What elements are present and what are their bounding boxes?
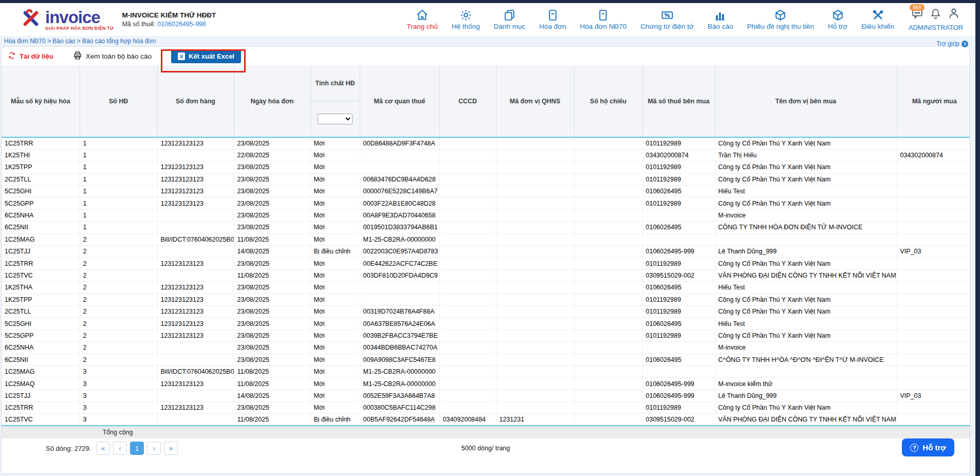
table-row[interactable]: 1K25THA212312312312323/08/2025Mới0106026…	[2, 282, 970, 294]
table-cell: 2	[80, 246, 157, 258]
summary-row: Tổng cộng	[2, 426, 970, 438]
prev-page-button[interactable]: ‹	[113, 442, 127, 455]
nav-item-hóa-đơn-nđ70[interactable]: Hóa đơn NĐ70	[580, 9, 627, 30]
table-cell	[496, 342, 574, 354]
support-button[interactable]: ? Hỗ trợ	[902, 438, 954, 456]
nav-item-trang-chủ[interactable]: Trang chủ	[407, 9, 438, 30]
table-row[interactable]: 1C25MAG2Bill/IDCT:07604062025B011/08/202…	[2, 233, 970, 245]
table-cell: 23/08/2025	[234, 186, 310, 197]
table-row[interactable]: 6C25NHA123/08/2025Mới00A8F9E3DAD70440658…	[2, 209, 970, 221]
table-row[interactable]: 5C25GHI112312312312323/08/2025Mới0000076…	[2, 186, 970, 197]
table-cell	[574, 414, 642, 426]
table-cell: 1C25TRR	[2, 137, 80, 149]
table-cell: M1-25-CB2RA-00000000	[360, 365, 439, 377]
table-cell: 2	[80, 294, 157, 305]
table-cell: Mới	[310, 354, 360, 365]
breadcrumb[interactable]: Hóa đơn NĐ70 > Báo cáo > Báo cáo tổng hợ…	[0, 36, 975, 46]
table-row[interactable]: 1K25TPP112312312312323/08/2025Mới0101192…	[2, 161, 970, 173]
table-row[interactable]: 1C25TJJ214/08/2025Bị điều chỉnh0022003C0…	[2, 246, 970, 258]
table-cell: 034302000874	[642, 149, 715, 161]
table-row[interactable]: 1C25TJJ314/08/2025Mới0052E59F3A3A664B7A8…	[2, 390, 970, 401]
table-cell	[642, 233, 715, 245]
table-cell: 0309515029-002	[642, 414, 715, 426]
table-cell	[360, 282, 439, 294]
table-cell: Bị điều chỉnh	[310, 246, 360, 258]
table-cell: Công ty Cổ Phần Thú Y Xanh Việt Nam	[715, 197, 897, 209]
nav-item-hóa-đơn[interactable]: Hóa đơn	[539, 9, 566, 30]
nav-item-phiếu-đề-nghị-thu-tiền[interactable]: Phiếu đề nghị thu tiền	[747, 9, 814, 30]
nav-item-điều-khiển[interactable]: Điều khiển	[861, 9, 894, 30]
table-cell: 0101192989	[642, 402, 715, 414]
table-cell: 034302000874	[897, 149, 970, 161]
table-cell: Công ty Cổ Phần Thú Y Xanh Việt Nam	[715, 305, 897, 317]
table-cell	[496, 137, 574, 149]
table-row[interactable]: 5C25GHI212312312312323/08/2025Mới00A637B…	[2, 318, 970, 329]
nav-item-label: Hóa đơn	[539, 23, 566, 30]
nav-item-hỗ-trợ[interactable]: Hỗ trợ	[828, 9, 847, 30]
view-full-report-button[interactable]: Xem toàn bộ báo cáo	[73, 51, 152, 62]
table-cell: 00683476DC9B4A4D628	[360, 173, 439, 185]
folders-icon	[503, 9, 516, 22]
admin-cluster[interactable]: Mới	[900, 6, 971, 31]
table-row[interactable]: 6C25NII223/08/2025Mới009A9098C3AFC5467E8…	[2, 354, 970, 365]
table-row[interactable]: 1C25TVC311/08/2025Bị điều chỉnh00B5AF926…	[2, 414, 970, 426]
table-row[interactable]: 6C25NII123/08/2025Mới0019501D3833794AB6B…	[2, 222, 970, 233]
table-cell	[642, 342, 715, 354]
table-cell	[897, 294, 970, 305]
printer-icon	[73, 51, 82, 62]
table-row[interactable]: 1C25MAG3Bill/IDCT:07604062025B011/08/202…	[2, 365, 970, 377]
table-row[interactable]: 6C25NHA223/08/2025Mới00344BDB6BBAC74270A…	[2, 342, 970, 354]
first-page-button[interactable]: «	[96, 442, 110, 455]
table-row[interactable]: 1C25TRR312312312312323/08/2025Mới000380C…	[2, 402, 970, 414]
table-row[interactable]: 1C25MAQ312312312312311/08/2025MớiM1-25-C…	[2, 378, 970, 390]
view-full-report-label: Xem toàn bộ báo cáo	[86, 52, 152, 60]
table-cell: M1-25-CB2RA-00000000	[360, 233, 439, 245]
column-header: Tên đơn vị bên mua	[715, 65, 897, 137]
table-cell	[157, 390, 234, 401]
nav-item-hệ-thống[interactable]: Hệ thống	[452, 9, 480, 30]
reload-label: Tải dữ liệu	[20, 52, 53, 60]
table-cell: 23/08/2025	[234, 305, 310, 317]
table-cell: 2	[80, 318, 157, 329]
table-row[interactable]: 2C25TLL112312312312323/08/2025Mới0068347…	[2, 173, 970, 185]
nav-item-báo-cáo[interactable]: Báo cáo	[708, 9, 733, 30]
table-cell: Lê Thanh Dũng_999	[715, 246, 897, 258]
invoice-nature-filter[interactable]	[318, 114, 353, 124]
table-cell: 0101192989	[642, 161, 715, 173]
nav-item-danh-mục[interactable]: Danh mục	[494, 9, 526, 30]
table-cell: Mới	[310, 209, 360, 221]
table-row[interactable]: 5C25GPP112312312312323/08/2025Mới0003F22…	[2, 197, 970, 209]
table-cell: 2	[80, 305, 157, 317]
app-logo[interactable]: invoice GIẢI PHÁP HÓA ĐƠN ĐIỆN TỬ	[20, 7, 114, 32]
table-row[interactable]: 1C25TRR112312312312323/08/2025Mới00D8648…	[2, 137, 970, 149]
help-link[interactable]: Trợ giúp ?	[936, 40, 968, 47]
table-cell: 1C25TVC	[2, 414, 80, 426]
table-cell: 1K25THA	[2, 282, 80, 294]
table-row[interactable]: 1K25TPP212312312312323/08/2025Mới0101192…	[2, 294, 970, 305]
export-excel-button[interactable]: Kết xuất Excel	[171, 49, 241, 63]
user-icon[interactable]	[947, 7, 960, 22]
table-cell: 1C25MAQ	[2, 378, 80, 390]
column-header: Mã đơn vị QHNS	[496, 65, 574, 137]
next-page-button[interactable]: ›	[147, 442, 161, 455]
table-row[interactable]: 1C25TRR212312312312323/08/2025Mới00E4426…	[2, 258, 970, 269]
table-cell: Công ty Cổ Phần Thú Y Xanh Việt Nam	[715, 294, 897, 305]
nav-item-chứng-từ-điện-tử[interactable]: Chứng từ điện tử	[640, 9, 694, 30]
bell-icon[interactable]	[929, 7, 942, 22]
table-cell: 1C25TVC	[2, 269, 80, 281]
table-row[interactable]: 5C25GPP212312312312323/08/2025Mới0039B2F…	[2, 329, 970, 341]
company-info: M-INVOICE KIỂM THỬ HĐĐT Mã số thuế: 0106…	[122, 11, 216, 28]
table-cell	[574, 258, 642, 269]
table-cell: 1231231	[496, 414, 574, 426]
current-page-button[interactable]: 1	[130, 442, 144, 455]
document-icon	[546, 9, 559, 22]
table-row[interactable]: 1K25THI122/08/2025Mới034302000874Trần Th…	[2, 149, 970, 161]
table-row[interactable]: 2C25TLL212312312312323/08/2025Mới00319D7…	[2, 305, 970, 317]
last-page-button[interactable]: »	[164, 442, 178, 455]
table-cell	[439, 161, 496, 173]
table-cell: Công ty Cổ Phần Thú Y Xanh Việt Nam	[715, 329, 897, 341]
table-cell: 1	[80, 222, 157, 233]
table-row[interactable]: 1C25TVC211/08/2025Mới003DF810D20FDA4D9C9…	[2, 269, 970, 281]
reload-data-button[interactable]: Tải dữ liệu	[8, 51, 53, 61]
table-cell	[439, 390, 496, 401]
